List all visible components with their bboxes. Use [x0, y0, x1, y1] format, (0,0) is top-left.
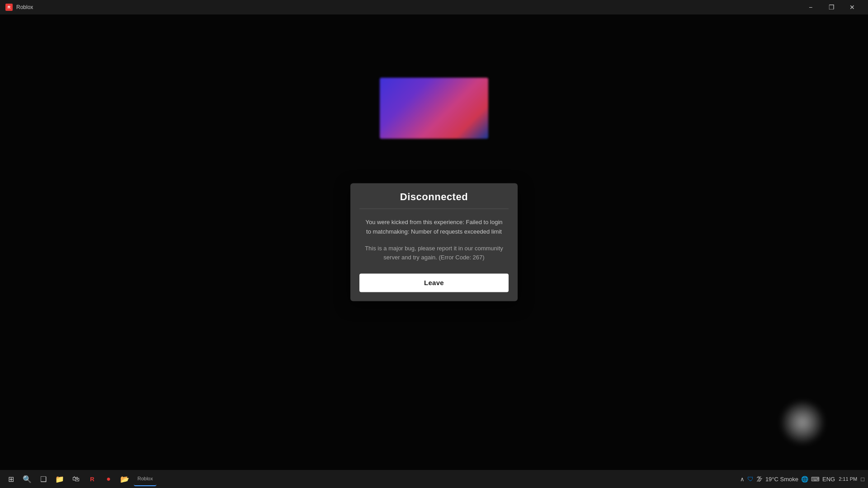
close-button[interactable]: ✕: [842, 0, 863, 14]
start-button[interactable]: ⊞: [4, 472, 18, 486]
game-area: Disconnected You were kicked from this e…: [0, 14, 868, 470]
dialog-header: Disconnected: [350, 183, 518, 208]
window-controls: − ❐ ✕: [800, 0, 863, 14]
taskbar: ⊞ 🔍 ❑ 📁 🛍 R ● 📂 Roblox ∧ 🛡 🌫 19°C Smoke …: [0, 470, 868, 488]
network-icon[interactable]: 🌐: [801, 476, 808, 483]
language-label[interactable]: ENG: [822, 476, 835, 483]
file-explorer-button[interactable]: 📁: [52, 472, 67, 486]
title-bar-left: R Roblox: [5, 4, 33, 11]
disconnect-dialog: Disconnected You were kicked from this e…: [350, 183, 518, 301]
search-button[interactable]: 🔍: [20, 472, 34, 486]
dialog-title: Disconnected: [400, 191, 468, 202]
taskbar-left: ⊞ 🔍 ❑ 📁 🛍 R ● 📂 Roblox: [4, 472, 156, 486]
roblox-player-icon[interactable]: R: [85, 472, 99, 486]
minimize-button[interactable]: −: [800, 0, 821, 14]
dialog-footer: Leave: [350, 272, 518, 301]
notification-button[interactable]: □: [861, 476, 864, 483]
task-view-button[interactable]: ❑: [36, 472, 51, 486]
leave-button[interactable]: Leave: [359, 274, 509, 292]
secondary-message: This is a major bug, please report it in…: [363, 244, 505, 263]
app-title: Roblox: [16, 4, 33, 10]
keyboard-icon[interactable]: ⌨: [811, 476, 820, 483]
roblox-taskbar-item[interactable]: Roblox: [134, 472, 156, 486]
store-button[interactable]: 🛍: [69, 472, 83, 486]
title-bar: R Roblox − ❐ ✕: [0, 0, 868, 14]
weather-temp: 19°C Smoke: [765, 476, 798, 483]
thumbnail-image: [380, 78, 488, 139]
circle-icon[interactable]: ●: [101, 472, 116, 486]
clock[interactable]: 2:11 PM: [839, 476, 857, 482]
taskbar-right: ∧ 🛡 🌫 19°C Smoke 🌐 ⌨ ENG 2:11 PM □: [740, 475, 864, 483]
tray-arrow-icon[interactable]: ∧: [740, 476, 745, 483]
maximize-button[interactable]: ❐: [821, 0, 842, 14]
blob-decoration: [782, 402, 823, 443]
app-icon: R: [5, 4, 13, 11]
time-display: 2:11 PM: [839, 476, 857, 482]
system-tray: ∧ 🛡 🌫 19°C Smoke 🌐 ⌨ ENG: [740, 475, 835, 483]
primary-message: You were kicked from this experience: Fa…: [363, 218, 505, 237]
folder-icon[interactable]: 📂: [118, 472, 132, 486]
dialog-body: You were kicked from this experience: Fa…: [350, 209, 518, 272]
weather-icon[interactable]: 🌫: [756, 475, 763, 483]
game-thumbnail: [380, 78, 488, 139]
shield-icon[interactable]: 🛡: [747, 475, 754, 483]
